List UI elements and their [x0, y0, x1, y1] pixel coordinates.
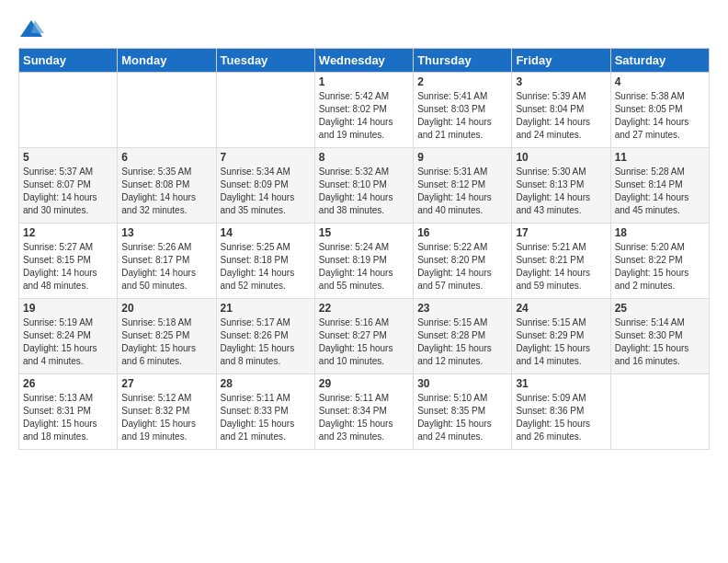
day-cell: 9Sunrise: 5:31 AM Sunset: 8:12 PM Daylig…	[414, 148, 512, 224]
header-cell-saturday: Saturday	[610, 49, 709, 73]
day-number: 10	[516, 151, 606, 164]
day-info: Sunrise: 5:16 AM Sunset: 8:27 PM Dayligh…	[319, 316, 409, 368]
day-info: Sunrise: 5:09 AM Sunset: 8:36 PM Dayligh…	[516, 392, 606, 443]
week-row-1: 5Sunrise: 5:37 AM Sunset: 8:07 PM Daylig…	[19, 148, 710, 224]
day-number: 19	[23, 302, 113, 315]
day-info: Sunrise: 5:15 AM Sunset: 8:29 PM Dayligh…	[516, 316, 606, 368]
day-cell: 14Sunrise: 5:25 AM Sunset: 8:18 PM Dayli…	[216, 224, 314, 299]
day-cell: 23Sunrise: 5:15 AM Sunset: 8:28 PM Dayli…	[414, 299, 512, 374]
header-cell-monday: Monday	[118, 49, 216, 73]
day-cell: 31Sunrise: 5:09 AM Sunset: 8:36 PM Dayli…	[512, 374, 610, 450]
week-row-0: 1Sunrise: 5:42 AM Sunset: 8:02 PM Daylig…	[19, 73, 710, 148]
day-number: 30	[417, 377, 507, 390]
day-info: Sunrise: 5:10 AM Sunset: 8:35 PM Dayligh…	[417, 392, 507, 443]
day-cell: 11Sunrise: 5:28 AM Sunset: 8:14 PM Dayli…	[610, 148, 709, 224]
day-number: 12	[23, 226, 113, 239]
day-info: Sunrise: 5:13 AM Sunset: 8:31 PM Dayligh…	[23, 392, 113, 443]
day-info: Sunrise: 5:22 AM Sunset: 8:20 PM Dayligh…	[417, 241, 507, 293]
day-number: 29	[319, 377, 409, 390]
header-cell-wednesday: Wednesday	[314, 49, 413, 73]
day-cell: 5Sunrise: 5:37 AM Sunset: 8:07 PM Daylig…	[19, 148, 118, 224]
day-cell: 10Sunrise: 5:30 AM Sunset: 8:13 PM Dayli…	[512, 148, 610, 224]
day-info: Sunrise: 5:31 AM Sunset: 8:12 PM Dayligh…	[417, 166, 507, 217]
day-info: Sunrise: 5:19 AM Sunset: 8:24 PM Dayligh…	[23, 316, 113, 368]
day-cell: 7Sunrise: 5:34 AM Sunset: 8:09 PM Daylig…	[216, 148, 314, 224]
day-number: 6	[121, 151, 211, 164]
day-cell: 27Sunrise: 5:12 AM Sunset: 8:32 PM Dayli…	[118, 374, 216, 450]
header-cell-friday: Friday	[512, 49, 610, 73]
day-cell: 30Sunrise: 5:10 AM Sunset: 8:35 PM Dayli…	[414, 374, 512, 450]
day-info: Sunrise: 5:11 AM Sunset: 8:34 PM Dayligh…	[319, 392, 409, 443]
day-number: 31	[516, 377, 606, 390]
day-number: 28	[221, 377, 311, 390]
day-number: 14	[221, 226, 311, 239]
day-cell: 17Sunrise: 5:21 AM Sunset: 8:21 PM Dayli…	[512, 224, 610, 299]
day-info: Sunrise: 5:26 AM Sunset: 8:17 PM Dayligh…	[121, 241, 211, 293]
day-number: 15	[319, 226, 409, 239]
day-info: Sunrise: 5:15 AM Sunset: 8:28 PM Dayligh…	[417, 316, 507, 368]
day-info: Sunrise: 5:39 AM Sunset: 8:04 PM Dayligh…	[516, 90, 606, 142]
day-number: 1	[319, 75, 409, 88]
day-cell: 19Sunrise: 5:19 AM Sunset: 8:24 PM Dayli…	[19, 299, 118, 374]
day-number: 26	[23, 377, 113, 390]
day-cell: 28Sunrise: 5:11 AM Sunset: 8:33 PM Dayli…	[216, 374, 314, 450]
day-number: 22	[319, 302, 409, 315]
day-number: 17	[516, 226, 606, 239]
day-cell: 20Sunrise: 5:18 AM Sunset: 8:25 PM Dayli…	[118, 299, 216, 374]
day-number: 2	[417, 75, 507, 88]
day-cell	[19, 73, 118, 148]
day-cell: 12Sunrise: 5:27 AM Sunset: 8:15 PM Dayli…	[19, 224, 118, 299]
day-info: Sunrise: 5:27 AM Sunset: 8:15 PM Dayligh…	[23, 241, 113, 293]
day-info: Sunrise: 5:34 AM Sunset: 8:09 PM Dayligh…	[221, 166, 311, 217]
header-cell-thursday: Thursday	[414, 49, 512, 73]
day-info: Sunrise: 5:21 AM Sunset: 8:21 PM Dayligh…	[516, 241, 606, 293]
day-cell: 18Sunrise: 5:20 AM Sunset: 8:22 PM Dayli…	[610, 224, 709, 299]
day-info: Sunrise: 5:25 AM Sunset: 8:18 PM Dayligh…	[221, 241, 311, 293]
day-cell: 8Sunrise: 5:32 AM Sunset: 8:10 PM Daylig…	[314, 148, 413, 224]
header-row: SundayMondayTuesdayWednesdayThursdayFrid…	[19, 49, 710, 73]
day-cell	[216, 73, 314, 148]
page: SundayMondayTuesdayWednesdayThursdayFrid…	[0, 0, 728, 459]
day-number: 23	[417, 302, 507, 315]
day-info: Sunrise: 5:42 AM Sunset: 8:02 PM Dayligh…	[319, 90, 409, 142]
day-number: 24	[516, 302, 606, 315]
day-number: 3	[516, 75, 606, 88]
day-cell: 6Sunrise: 5:35 AM Sunset: 8:08 PM Daylig…	[118, 148, 216, 224]
day-cell: 29Sunrise: 5:11 AM Sunset: 8:34 PM Dayli…	[314, 374, 413, 450]
day-number: 11	[615, 151, 705, 164]
day-number: 7	[221, 151, 311, 164]
calendar-table: SundayMondayTuesdayWednesdayThursdayFrid…	[18, 48, 710, 450]
day-info: Sunrise: 5:18 AM Sunset: 8:25 PM Dayligh…	[121, 316, 211, 368]
day-number: 9	[417, 151, 507, 164]
day-info: Sunrise: 5:37 AM Sunset: 8:07 PM Dayligh…	[23, 166, 113, 217]
logo	[18, 17, 48, 42]
day-number: 27	[121, 377, 211, 390]
day-cell: 3Sunrise: 5:39 AM Sunset: 8:04 PM Daylig…	[512, 73, 610, 148]
day-info: Sunrise: 5:35 AM Sunset: 8:08 PM Dayligh…	[121, 166, 211, 217]
header	[18, 17, 710, 42]
day-info: Sunrise: 5:38 AM Sunset: 8:05 PM Dayligh…	[615, 90, 705, 142]
day-cell: 4Sunrise: 5:38 AM Sunset: 8:05 PM Daylig…	[610, 73, 709, 148]
day-cell: 16Sunrise: 5:22 AM Sunset: 8:20 PM Dayli…	[414, 224, 512, 299]
header-cell-tuesday: Tuesday	[216, 49, 314, 73]
day-number: 16	[417, 226, 507, 239]
day-cell: 2Sunrise: 5:41 AM Sunset: 8:03 PM Daylig…	[414, 73, 512, 148]
day-cell: 1Sunrise: 5:42 AM Sunset: 8:02 PM Daylig…	[314, 73, 413, 148]
day-number: 5	[23, 151, 113, 164]
day-number: 21	[221, 302, 311, 315]
day-info: Sunrise: 5:41 AM Sunset: 8:03 PM Dayligh…	[417, 90, 507, 142]
day-info: Sunrise: 5:20 AM Sunset: 8:22 PM Dayligh…	[615, 241, 705, 293]
day-info: Sunrise: 5:24 AM Sunset: 8:19 PM Dayligh…	[319, 241, 409, 293]
svg-marker-1	[31, 20, 44, 33]
day-cell: 21Sunrise: 5:17 AM Sunset: 8:26 PM Dayli…	[216, 299, 314, 374]
day-cell: 25Sunrise: 5:14 AM Sunset: 8:30 PM Dayli…	[610, 299, 709, 374]
day-info: Sunrise: 5:30 AM Sunset: 8:13 PM Dayligh…	[516, 166, 606, 217]
day-cell: 15Sunrise: 5:24 AM Sunset: 8:19 PM Dayli…	[314, 224, 413, 299]
day-number: 4	[615, 75, 705, 88]
day-info: Sunrise: 5:14 AM Sunset: 8:30 PM Dayligh…	[615, 316, 705, 368]
logo-icon	[18, 17, 44, 42]
day-number: 25	[615, 302, 705, 315]
day-number: 20	[121, 302, 211, 315]
day-number: 13	[121, 226, 211, 239]
day-info: Sunrise: 5:32 AM Sunset: 8:10 PM Dayligh…	[319, 166, 409, 217]
